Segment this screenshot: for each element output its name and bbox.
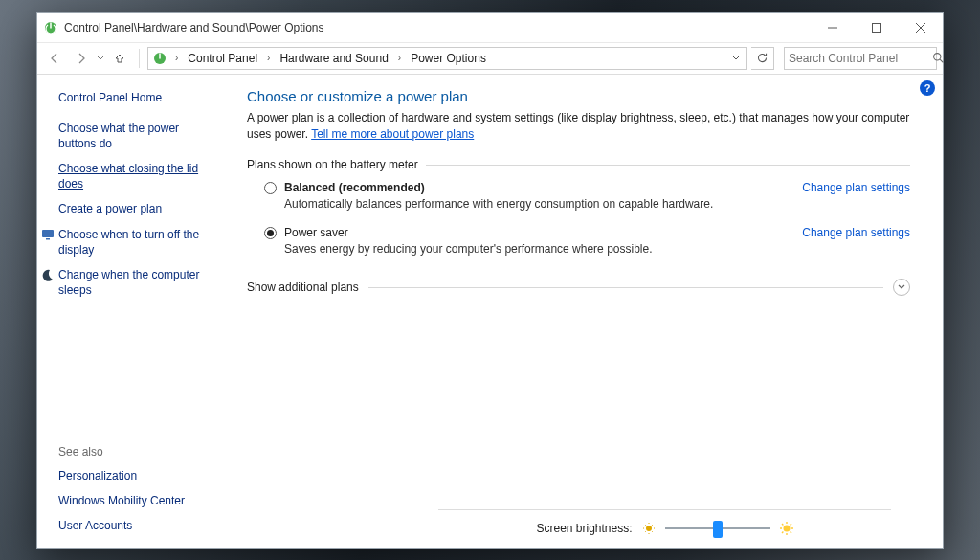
search-box[interactable] — [784, 47, 937, 70]
personalization-link[interactable]: Personalization — [58, 468, 205, 483]
window-title: Control Panel\Hardware and Sound\Power O… — [64, 21, 811, 34]
breadcrumb-item[interactable]: Hardware and Sound — [276, 50, 391, 67]
up-button[interactable] — [108, 47, 131, 70]
navigation-bar: › Control Panel › Hardware and Sound › P… — [37, 42, 943, 75]
plan-name[interactable]: Power saver — [284, 226, 348, 239]
page-description: A power plan is a collection of hardware… — [247, 110, 910, 144]
plan-description: Automatically balances performance with … — [284, 197, 910, 211]
sidebar-link: Change when the computer sleeps — [41, 267, 205, 298]
brightness-footer: Screen brightness: — [438, 509, 891, 548]
svg-rect-5 — [46, 238, 50, 240]
power-plan-saver: Power saver Change plan settings Saves e… — [264, 226, 910, 256]
user-accounts-link[interactable]: User Accounts — [58, 518, 205, 533]
control-panel-home-link[interactable]: Control Panel Home — [58, 90, 205, 105]
more-info-link[interactable]: Tell me more about power plans — [311, 127, 474, 141]
maximize-button[interactable] — [855, 13, 899, 42]
chevron-right-icon[interactable]: › — [263, 53, 274, 63]
help-button[interactable]: ? — [920, 80, 935, 96]
svg-point-3 — [934, 53, 941, 59]
refresh-button[interactable] — [751, 47, 774, 70]
breadcrumb-item[interactable]: Power Options — [407, 50, 490, 67]
sidebar-link: Choose when to turn off the display — [41, 227, 205, 258]
breadcrumb[interactable]: › Control Panel › Hardware and Sound › P… — [147, 47, 747, 70]
chevron-down-icon[interactable] — [893, 279, 910, 296]
change-plan-settings-link[interactable]: Change plan settings — [802, 181, 910, 194]
sidebar-link: Choose what the power buttons do — [41, 121, 205, 151]
mobility-center-link[interactable]: Windows Mobility Center — [58, 493, 205, 508]
content-area: ? Control Panel Home Choose what the pow… — [37, 75, 943, 548]
see-also-header: See also — [58, 445, 205, 459]
divider — [139, 49, 140, 68]
closing-lid-link[interactable]: Choose what closing the lid does — [58, 161, 205, 191]
breadcrumb-icon — [152, 51, 167, 66]
svg-rect-4 — [42, 230, 54, 237]
chevron-right-icon[interactable]: › — [394, 53, 405, 63]
power-buttons-link[interactable]: Choose what the power buttons do — [58, 121, 205, 151]
page-heading: Choose or customize a power plan — [247, 88, 910, 104]
window-controls — [811, 13, 943, 42]
svg-rect-1 — [873, 23, 881, 32]
power-plan-balanced: Balanced (recommended) Change plan setti… — [264, 181, 910, 211]
moon-icon — [41, 268, 55, 281]
forward-button[interactable] — [70, 47, 93, 70]
monitor-icon — [41, 228, 55, 241]
radio-balanced[interactable] — [264, 182, 277, 194]
plan-description: Saves energy by reducing your computer's… — [284, 242, 910, 256]
change-plan-settings-link[interactable]: Change plan settings — [802, 226, 910, 239]
turn-off-display-link[interactable]: Choose when to turn off the display — [58, 227, 205, 258]
expand-label: Show additional plans — [247, 280, 359, 294]
sidebar-link: Choose what closing the lid does — [41, 161, 205, 191]
brightness-slider[interactable] — [665, 519, 770, 538]
computer-sleeps-link[interactable]: Change when the computer sleeps — [58, 267, 205, 298]
create-plan-link[interactable]: Create a power plan — [58, 201, 162, 216]
search-icon[interactable] — [932, 52, 945, 65]
brightness-label: Screen brightness: — [536, 522, 632, 535]
breadcrumb-dropdown[interactable] — [727, 48, 743, 69]
titlebar: Control Panel\Hardware and Sound\Power O… — [37, 13, 943, 42]
sun-bright-icon — [780, 522, 793, 535]
see-also: See also Personalization Windows Mobilit… — [58, 445, 205, 534]
plans-section-label: Plans shown on the battery meter — [247, 158, 910, 171]
svg-point-6 — [646, 526, 652, 531]
svg-point-7 — [783, 526, 790, 532]
sun-dim-icon — [642, 522, 656, 535]
window: Control Panel\Hardware and Sound\Power O… — [36, 12, 944, 549]
breadcrumb-item[interactable]: Control Panel — [184, 50, 261, 67]
search-input[interactable] — [789, 52, 932, 65]
back-button[interactable] — [43, 47, 66, 70]
sidebar-link: Create a power plan — [41, 201, 205, 216]
minimize-button[interactable] — [811, 13, 855, 42]
chevron-right-icon[interactable]: › — [171, 53, 182, 63]
sidebar: Control Panel Home Choose what the power… — [37, 75, 214, 548]
plan-name[interactable]: Balanced (recommended) — [284, 181, 425, 194]
show-additional-plans[interactable]: Show additional plans — [247, 279, 910, 296]
radio-power-saver[interactable] — [264, 227, 277, 239]
close-button[interactable] — [899, 13, 943, 42]
slider-thumb[interactable] — [713, 521, 723, 538]
main-panel: Choose or customize a power plan A power… — [214, 75, 943, 548]
recent-dropdown-icon[interactable] — [97, 55, 104, 62]
power-options-icon — [43, 20, 58, 35]
